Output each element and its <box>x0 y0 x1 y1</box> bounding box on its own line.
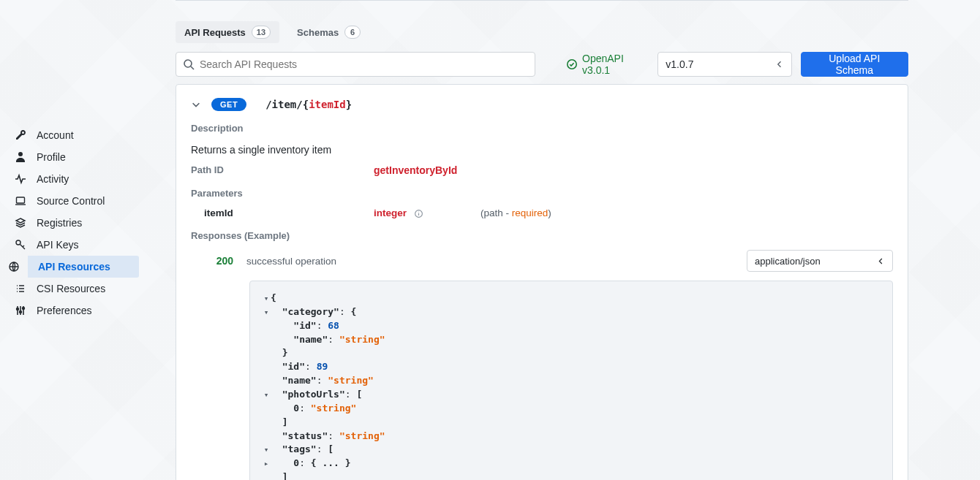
tab-count: 6 <box>344 26 361 39</box>
chevron-left-icon <box>877 257 885 265</box>
json-line: ▾ "category": { <box>262 305 881 319</box>
param-meta: (path - required) <box>480 207 551 218</box>
pulse-icon <box>15 173 26 185</box>
sidebar-item-label: API Keys <box>37 239 79 251</box>
sidebar-item-label: Registries <box>37 217 82 229</box>
sidebar-item-api-keys[interactable]: API Keys <box>0 234 139 256</box>
json-caret <box>262 417 271 429</box>
json-caret <box>262 348 271 359</box>
sidebar-item-source-control[interactable]: Source Control <box>0 190 139 212</box>
svg-point-11 <box>418 211 419 212</box>
path-id-value: getInventoryById <box>374 164 457 176</box>
search-icon <box>183 58 195 70</box>
response-description: successful operation <box>246 256 747 267</box>
description-label: Description <box>191 123 893 134</box>
json-caret <box>262 403 271 415</box>
stack-icon <box>15 217 26 229</box>
laptop-icon <box>15 195 26 207</box>
json-line: ] <box>262 471 881 480</box>
response-code: 200 <box>191 255 246 267</box>
svg-point-5 <box>23 308 25 310</box>
json-caret <box>262 431 271 443</box>
sidebar-item-label: Account <box>37 129 74 141</box>
json-caret <box>262 472 271 480</box>
param-in-prefix: (path - <box>480 207 512 218</box>
collapse-icon[interactable] <box>191 99 201 110</box>
responses-label: Responses (Example) <box>191 230 893 241</box>
json-line: ▾ "tags": [ <box>262 443 881 457</box>
sidebar-item-account[interactable]: Account <box>0 124 139 146</box>
param-type: integer <box>374 207 407 218</box>
info-icon[interactable] <box>414 209 423 218</box>
search-wrap <box>176 52 535 77</box>
json-caret[interactable]: ▾ <box>262 293 271 305</box>
openapi-label-text: OpenAPI v3.0.1 <box>582 53 649 76</box>
sidebar-item-label: Activity <box>37 173 69 185</box>
sidebar: AccountProfileActivitySource ControlRegi… <box>0 0 139 480</box>
json-line: "name": "string" <box>262 374 881 388</box>
main-content: API Requests13Schemas6 OpenAPI v3.0.1 v1… <box>139 0 980 480</box>
http-method-badge: GET <box>211 98 246 111</box>
sliders-icon <box>15 305 26 316</box>
json-caret <box>262 362 271 373</box>
sidebar-item-csi-resources[interactable]: CSI Resources <box>0 278 139 300</box>
search-input[interactable] <box>176 52 535 77</box>
json-caret[interactable]: ▾ <box>262 444 271 456</box>
svg-point-1 <box>16 240 20 245</box>
list-icon <box>15 283 26 294</box>
check-circle-icon <box>566 58 578 70</box>
sidebar-item-label: Source Control <box>37 195 105 207</box>
sidebar-item-activity[interactable]: Activity <box>0 168 139 190</box>
svg-point-6 <box>184 60 192 67</box>
upload-schema-button[interactable]: Upload API Schema <box>801 52 908 77</box>
content-type-select[interactable]: application/json <box>747 250 893 272</box>
json-line: "name": "string" <box>262 333 881 347</box>
param-required: required <box>512 207 549 218</box>
json-caret[interactable]: ▸ <box>262 458 271 470</box>
json-example: ▾{▾ "category": { "id": 68 "name": "stri… <box>249 281 893 480</box>
sidebar-item-api-resources[interactable]: API Resources <box>28 256 139 278</box>
json-caret[interactable]: ▾ <box>262 389 271 401</box>
json-line: ▸ 0: { ... } <box>262 457 881 471</box>
json-line: ▾{ <box>262 292 881 305</box>
svg-point-4 <box>20 311 22 313</box>
sidebar-item-preferences[interactable]: Preferences <box>0 300 139 321</box>
sidebar-item-profile[interactable]: Profile <box>0 146 139 168</box>
content-type-value: application/json <box>755 256 821 267</box>
openapi-status: OpenAPI v3.0.1 <box>566 53 649 76</box>
sidebar-item-label: API Resources <box>38 261 110 273</box>
tab-schemas[interactable]: Schemas6 <box>288 21 369 43</box>
endpoint-path: /item/{itemId} <box>265 99 352 110</box>
tab-label: Schemas <box>297 27 339 38</box>
tab-label: API Requests <box>184 27 246 38</box>
description-text: Returns a single inventory item <box>191 144 893 156</box>
version-select[interactable]: v1.0.7 <box>657 52 791 77</box>
svg-rect-0 <box>17 197 25 203</box>
param-name: itemId <box>191 207 374 218</box>
json-line: ▾ "photoUrls": [ <box>262 388 881 402</box>
json-line: ] <box>262 416 881 430</box>
path-suffix: } <box>346 99 352 110</box>
parameters-label: Parameters <box>191 188 893 199</box>
svg-line-7 <box>191 66 194 69</box>
json-caret[interactable]: ▾ <box>262 307 271 319</box>
path-param: itemId <box>309 99 346 110</box>
sidebar-item-registries[interactable]: Registries <box>0 212 139 234</box>
json-caret <box>262 335 271 346</box>
tabs-bar: API Requests13Schemas6 <box>176 0 908 50</box>
path-id-label: Path ID <box>191 164 374 176</box>
json-line: "id": 68 <box>262 319 881 333</box>
param-in-suffix: ) <box>548 207 551 218</box>
sidebar-item-label: Profile <box>37 151 66 163</box>
toolbar: OpenAPI v3.0.1 v1.0.7 Upload API Schema <box>176 52 908 77</box>
json-caret <box>262 321 271 332</box>
globe-icon <box>8 261 20 273</box>
json-line: "status": "string" <box>262 430 881 443</box>
json-line: 0: "string" <box>262 402 881 416</box>
wrench-icon <box>15 129 26 141</box>
chevron-left-icon <box>775 60 784 69</box>
json-caret <box>262 376 271 387</box>
version-select-value: v1.0.7 <box>666 58 693 70</box>
path-prefix: /item/{ <box>265 99 309 110</box>
tab-api-requests[interactable]: API Requests13 <box>176 21 279 43</box>
